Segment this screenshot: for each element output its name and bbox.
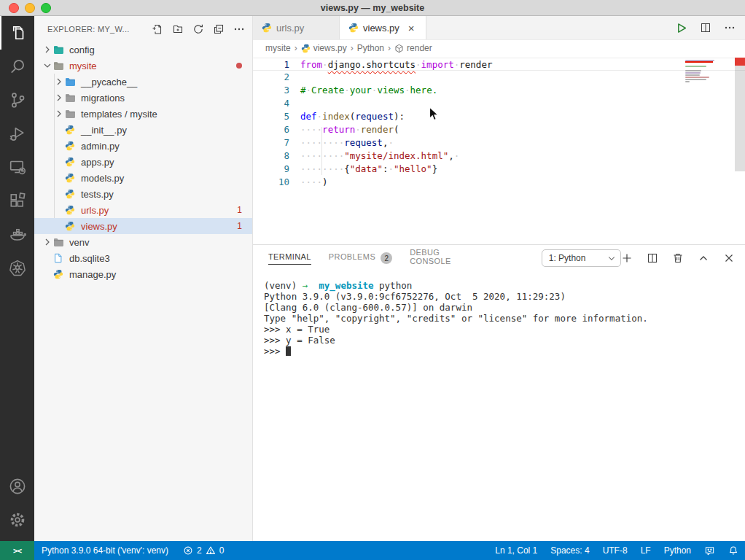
search-icon: [9, 58, 26, 75]
activity-source-control-button[interactable]: [0, 83, 34, 117]
split-terminal-button[interactable]: [647, 252, 658, 264]
close-tab-icon[interactable]: ×: [408, 23, 415, 34]
tree-item-label: __init__.py: [81, 125, 127, 136]
tab-views-py[interactable]: views.py ×: [340, 16, 426, 39]
remote-indicator[interactable]: ><: [0, 541, 34, 560]
terminal-picker-dropdown[interactable]: 1: Python: [542, 249, 621, 267]
indentation-status[interactable]: Spaces: 4: [544, 541, 596, 560]
new-terminal-button[interactable]: [621, 252, 633, 264]
tree-item-tests-py[interactable]: tests.py: [34, 186, 252, 202]
code-token: django.shortcuts: [328, 58, 416, 70]
activity-search-button[interactable]: [0, 50, 34, 83]
code-line-3[interactable]: 3#·Create·your·views·here.: [253, 84, 745, 97]
terminal-line: >>>: [264, 346, 745, 357]
code-line-8[interactable]: 8········"mysite/index.html",·: [253, 149, 745, 163]
activity-run-debug-button[interactable]: [0, 117, 34, 150]
python-interpreter-status[interactable]: Python 3.9.0 64-bit ('venv': venv): [34, 541, 176, 560]
terminal-token: [308, 280, 319, 291]
code-token: render: [361, 123, 394, 136]
tree-item-models-py[interactable]: models.py: [34, 170, 252, 186]
activity-explorer-button[interactable]: [0, 16, 34, 50]
breadcrumb-item[interactable]: render: [394, 43, 432, 53]
code-line-5[interactable]: 5def·index(request):: [253, 110, 745, 123]
code-line-7[interactable]: 7········request,·: [253, 136, 745, 149]
maximize-panel-button[interactable]: [698, 252, 709, 264]
code-token: ·: [388, 163, 394, 176]
kill-terminal-button[interactable]: [672, 252, 684, 264]
tree-item-admin-py[interactable]: admin.py: [34, 138, 252, 154]
breadcrumb-item[interactable]: Python: [357, 43, 384, 53]
tab-problems[interactable]: PROBLEMS2: [329, 252, 392, 265]
tree-item-apps-py[interactable]: apps.py: [34, 154, 252, 170]
minimap-line: [685, 79, 706, 80]
code-editor[interactable]: 1from·django.shortcuts·import·render23#·…: [253, 56, 745, 244]
code-line-10[interactable]: 10····): [253, 176, 745, 189]
split-editor-button[interactable]: [700, 22, 711, 34]
close-panel-button[interactable]: [723, 252, 735, 264]
tree-item-pycache[interactable]: __pycache__: [34, 74, 252, 90]
activity-settings-button[interactable]: [0, 503, 34, 537]
code-token: #: [300, 84, 306, 97]
more-actions-button[interactable]: [233, 23, 245, 35]
tree-item-mysite[interactable]: mysite: [34, 58, 252, 74]
run-python-file-button[interactable]: [675, 22, 687, 34]
code-line-9[interactable]: 9········{"data":·"hello"}: [253, 163, 745, 176]
refresh-explorer-button[interactable]: [192, 23, 204, 35]
terminal-output[interactable]: (venv) → my_website pythonPython 3.9.0 (…: [253, 271, 745, 357]
minimap[interactable]: [685, 60, 730, 83]
activity-extensions-button[interactable]: [0, 184, 34, 217]
language-mode-status[interactable]: Python: [658, 541, 698, 560]
python-icon: [65, 188, 79, 200]
tree-item-config[interactable]: config: [34, 42, 252, 58]
code-token: :: [383, 163, 389, 176]
activity-kubernetes-button[interactable]: [0, 251, 34, 284]
source-control-icon: [9, 91, 26, 109]
collapse-folders-button[interactable]: [213, 23, 225, 35]
editor-scrollbar[interactable]: [735, 58, 745, 171]
minimap-line: [685, 70, 701, 71]
cursor-position-status[interactable]: Ln 1, Col 1: [488, 541, 544, 560]
encoding-status[interactable]: UTF-8: [596, 541, 634, 560]
feedback-smiley-icon[interactable]: [698, 541, 722, 560]
tree-item-label: tests.py: [81, 189, 114, 200]
tab-terminal[interactable]: TERMINAL: [268, 252, 311, 265]
notifications-bell-icon[interactable]: [722, 541, 745, 560]
tree-item-migrations[interactable]: migrations: [34, 90, 252, 106]
tree-item-urls-py[interactable]: urls.py1: [34, 202, 252, 218]
activity-remote-explorer-button[interactable]: [0, 150, 34, 184]
accounts-icon: [9, 478, 26, 495]
code-line-2[interactable]: 2: [253, 71, 745, 84]
python-icon: [65, 156, 79, 168]
tree-item-init-py[interactable]: __init__.py: [34, 122, 252, 138]
tree-item-db-sqlite3[interactable]: db.sqlite3: [34, 250, 252, 266]
code-line-1[interactable]: 1from·django.shortcuts·import·render: [253, 58, 745, 71]
tree-item-label: config: [69, 44, 95, 55]
terminal-token: >>> x = True: [264, 324, 329, 335]
new-file-button[interactable]: [152, 23, 163, 35]
tab-debug-console[interactable]: DEBUG CONSOLE: [410, 248, 476, 269]
tree-item-views-py[interactable]: views.py1: [34, 218, 252, 234]
tree-item-manage-py[interactable]: manage.py: [34, 266, 252, 282]
tab-urls-py[interactable]: urls.py: [253, 16, 340, 39]
activity-docker-button[interactable]: [0, 217, 34, 251]
minimap-line: [685, 66, 706, 67]
folder-icon: [53, 44, 68, 55]
tree-item-label: admin.py: [81, 141, 120, 152]
tree-item-label: venv: [69, 237, 89, 248]
code-line-4[interactable]: 4: [253, 97, 745, 110]
problems-status[interactable]: 2 0: [176, 541, 231, 560]
eol-status[interactable]: LF: [634, 541, 658, 560]
code-token: ·: [317, 110, 323, 123]
more-actions-icon[interactable]: [724, 22, 736, 34]
problems-badge: 2: [381, 252, 392, 264]
tree-item-label: manage.py: [69, 269, 116, 280]
new-folder-button[interactable]: [172, 23, 184, 35]
activity-accounts-button[interactable]: [0, 470, 34, 503]
breadcrumb-item[interactable]: mysite: [265, 43, 291, 53]
breadcrumb-item[interactable]: views.py: [301, 43, 347, 53]
code-line-6[interactable]: 6····return·render(: [253, 123, 745, 136]
tree-item-label: views.py: [81, 221, 117, 232]
tree-item-venv[interactable]: venv: [34, 234, 252, 250]
tree-item-templates-mysite[interactable]: templates / mysite: [34, 106, 252, 122]
code-token: render: [459, 58, 492, 70]
